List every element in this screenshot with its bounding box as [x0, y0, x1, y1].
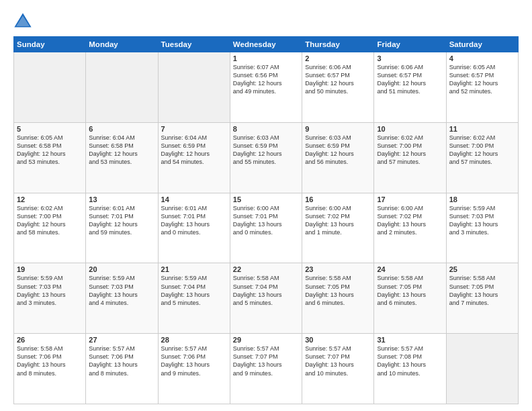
day-number: 29: [233, 336, 299, 344]
day-cell-9: 9Sunrise: 6:03 AM Sunset: 6:59 PM Daylig…: [302, 122, 374, 193]
day-cell-6: 6Sunrise: 6:04 AM Sunset: 6:58 PM Daylig…: [86, 122, 158, 193]
header-row: SundayMondayTuesdayWednesdayThursdayFrid…: [14, 37, 519, 52]
header-cell-sunday: Sunday: [14, 37, 86, 52]
day-info: Sunrise: 6:02 AM Sunset: 7:00 PM Dayligh…: [449, 134, 515, 167]
day-info: Sunrise: 6:05 AM Sunset: 6:58 PM Dayligh…: [17, 134, 83, 167]
day-info: Sunrise: 5:58 AM Sunset: 7:06 PM Dayligh…: [17, 345, 83, 377]
day-cell-15: 15Sunrise: 6:00 AM Sunset: 7:01 PM Dayli…: [230, 193, 302, 263]
day-info: Sunrise: 6:02 AM Sunset: 7:00 PM Dayligh…: [17, 204, 83, 237]
day-number: 17: [377, 195, 443, 203]
day-number: 6: [89, 125, 154, 133]
day-cell-4: 4Sunrise: 6:05 AM Sunset: 6:57 PM Daylig…: [446, 52, 518, 123]
header-cell-tuesday: Tuesday: [158, 37, 230, 52]
day-cell-13: 13Sunrise: 6:01 AM Sunset: 7:01 PM Dayli…: [86, 193, 158, 263]
day-cell-5: 5Sunrise: 6:05 AM Sunset: 6:58 PM Daylig…: [14, 122, 86, 193]
header: [13, 12, 519, 31]
day-number: 22: [233, 265, 299, 273]
day-cell-10: 10Sunrise: 6:02 AM Sunset: 7:00 PM Dayli…: [374, 122, 446, 193]
day-info: Sunrise: 6:01 AM Sunset: 7:01 PM Dayligh…: [161, 204, 227, 237]
header-cell-friday: Friday: [374, 37, 446, 52]
day-info: Sunrise: 5:59 AM Sunset: 7:03 PM Dayligh…: [17, 274, 83, 307]
day-info: Sunrise: 6:06 AM Sunset: 6:57 PM Dayligh…: [305, 63, 371, 96]
day-info: Sunrise: 6:06 AM Sunset: 6:57 PM Dayligh…: [377, 63, 443, 96]
day-cell-3: 3Sunrise: 6:06 AM Sunset: 6:57 PM Daylig…: [374, 52, 446, 123]
day-info: Sunrise: 5:59 AM Sunset: 7:04 PM Dayligh…: [161, 274, 227, 307]
day-number: 1: [233, 54, 299, 62]
week-row-5: 26Sunrise: 5:58 AM Sunset: 7:06 PM Dayli…: [14, 334, 519, 404]
calendar: SundayMondayTuesdayWednesdayThursdayFrid…: [13, 36, 519, 404]
day-number: 12: [17, 195, 83, 203]
week-row-2: 5Sunrise: 6:05 AM Sunset: 6:58 PM Daylig…: [14, 122, 519, 193]
day-info: Sunrise: 5:58 AM Sunset: 7:05 PM Dayligh…: [449, 274, 515, 307]
day-cell-2: 2Sunrise: 6:06 AM Sunset: 6:57 PM Daylig…: [302, 52, 374, 123]
day-info: Sunrise: 5:58 AM Sunset: 7:05 PM Dayligh…: [377, 274, 443, 307]
day-number: 10: [377, 125, 443, 133]
day-number: 4: [449, 54, 515, 62]
header-cell-saturday: Saturday: [446, 37, 518, 52]
day-number: 8: [233, 125, 299, 133]
day-cell-30: 30Sunrise: 5:57 AM Sunset: 7:07 PM Dayli…: [302, 334, 374, 404]
day-number: 18: [449, 195, 515, 203]
day-number: 30: [305, 336, 371, 344]
day-number: 13: [89, 195, 154, 203]
day-cell-19: 19Sunrise: 5:59 AM Sunset: 7:03 PM Dayli…: [14, 263, 86, 334]
day-cell-12: 12Sunrise: 6:02 AM Sunset: 7:00 PM Dayli…: [14, 193, 86, 263]
day-info: Sunrise: 6:00 AM Sunset: 7:02 PM Dayligh…: [377, 204, 443, 237]
day-cell-29: 29Sunrise: 5:57 AM Sunset: 7:07 PM Dayli…: [230, 334, 302, 404]
header-cell-thursday: Thursday: [302, 37, 374, 52]
day-info: Sunrise: 5:59 AM Sunset: 7:03 PM Dayligh…: [449, 204, 515, 237]
empty-cell: [14, 52, 86, 123]
day-cell-16: 16Sunrise: 6:00 AM Sunset: 7:02 PM Dayli…: [302, 193, 374, 263]
day-number: 27: [89, 336, 154, 344]
day-info: Sunrise: 6:02 AM Sunset: 7:00 PM Dayligh…: [377, 134, 443, 167]
page: SundayMondayTuesdayWednesdayThursdayFrid…: [0, 0, 532, 411]
day-number: 9: [305, 125, 371, 133]
day-info: Sunrise: 5:57 AM Sunset: 7:07 PM Dayligh…: [233, 345, 299, 377]
empty-cell: [446, 334, 518, 404]
day-number: 14: [161, 195, 227, 203]
header-cell-monday: Monday: [86, 37, 158, 52]
day-info: Sunrise: 5:57 AM Sunset: 7:08 PM Dayligh…: [377, 345, 443, 377]
empty-cell: [86, 52, 158, 123]
day-info: Sunrise: 6:05 AM Sunset: 6:57 PM Dayligh…: [449, 63, 515, 96]
day-info: Sunrise: 6:00 AM Sunset: 7:02 PM Dayligh…: [305, 204, 371, 237]
day-cell-31: 31Sunrise: 5:57 AM Sunset: 7:08 PM Dayli…: [374, 334, 446, 404]
day-number: 31: [377, 336, 443, 344]
week-row-4: 19Sunrise: 5:59 AM Sunset: 7:03 PM Dayli…: [14, 263, 519, 334]
day-cell-17: 17Sunrise: 6:00 AM Sunset: 7:02 PM Dayli…: [374, 193, 446, 263]
day-number: 11: [449, 125, 515, 133]
day-info: Sunrise: 6:07 AM Sunset: 6:56 PM Dayligh…: [233, 63, 299, 96]
day-number: 28: [161, 336, 227, 344]
day-info: Sunrise: 6:03 AM Sunset: 6:59 PM Dayligh…: [305, 134, 371, 167]
day-number: 24: [377, 265, 443, 273]
day-info: Sunrise: 6:01 AM Sunset: 7:01 PM Dayligh…: [89, 204, 154, 237]
day-cell-28: 28Sunrise: 5:57 AM Sunset: 7:06 PM Dayli…: [158, 334, 230, 404]
day-cell-14: 14Sunrise: 6:01 AM Sunset: 7:01 PM Dayli…: [158, 193, 230, 263]
day-cell-22: 22Sunrise: 5:58 AM Sunset: 7:04 PM Dayli…: [230, 263, 302, 334]
day-info: Sunrise: 5:58 AM Sunset: 7:04 PM Dayligh…: [233, 274, 299, 307]
day-info: Sunrise: 5:57 AM Sunset: 7:06 PM Dayligh…: [89, 345, 154, 377]
day-number: 23: [305, 265, 371, 273]
day-cell-24: 24Sunrise: 5:58 AM Sunset: 7:05 PM Dayli…: [374, 263, 446, 334]
day-cell-26: 26Sunrise: 5:58 AM Sunset: 7:06 PM Dayli…: [14, 334, 86, 404]
day-number: 19: [17, 265, 83, 273]
day-number: 15: [233, 195, 299, 203]
day-number: 3: [377, 54, 443, 62]
day-cell-7: 7Sunrise: 6:04 AM Sunset: 6:59 PM Daylig…: [158, 122, 230, 193]
day-number: 26: [17, 336, 83, 344]
day-cell-25: 25Sunrise: 5:58 AM Sunset: 7:05 PM Dayli…: [446, 263, 518, 334]
day-cell-20: 20Sunrise: 5:59 AM Sunset: 7:03 PM Dayli…: [86, 263, 158, 334]
day-info: Sunrise: 5:57 AM Sunset: 7:07 PM Dayligh…: [305, 345, 371, 377]
day-cell-11: 11Sunrise: 6:02 AM Sunset: 7:00 PM Dayli…: [446, 122, 518, 193]
day-number: 2: [305, 54, 371, 62]
week-row-3: 12Sunrise: 6:02 AM Sunset: 7:00 PM Dayli…: [14, 193, 519, 263]
day-number: 7: [161, 125, 227, 133]
day-cell-23: 23Sunrise: 5:58 AM Sunset: 7:05 PM Dayli…: [302, 263, 374, 334]
day-cell-27: 27Sunrise: 5:57 AM Sunset: 7:06 PM Dayli…: [86, 334, 158, 404]
day-number: 25: [449, 265, 515, 273]
day-number: 21: [161, 265, 227, 273]
day-number: 5: [17, 125, 83, 133]
day-number: 20: [89, 265, 154, 273]
day-info: Sunrise: 5:57 AM Sunset: 7:06 PM Dayligh…: [161, 345, 227, 377]
day-info: Sunrise: 6:03 AM Sunset: 6:59 PM Dayligh…: [233, 134, 299, 167]
